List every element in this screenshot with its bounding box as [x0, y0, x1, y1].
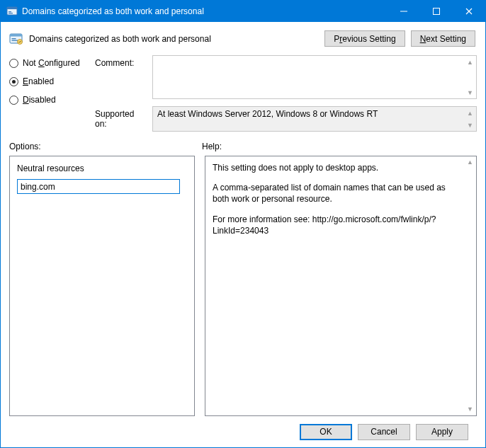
next-mn: N	[420, 34, 426, 44]
radio-not-configured[interactable]: Not Configured	[9, 58, 91, 68]
dialog-footer: OK Cancel Apply	[9, 416, 477, 447]
app-icon	[6, 6, 18, 17]
next-setting-button[interactable]: Next Setting	[411, 30, 475, 47]
scroll-down-icon: ▼	[464, 119, 476, 131]
header-row: Domains categorized as both work and per…	[9, 29, 477, 47]
maximize-button[interactable]	[420, 1, 453, 22]
state-radios: Not Configured Enabled Disabled	[9, 55, 91, 132]
help-text-3: For more information see: http://go.micr…	[213, 214, 463, 236]
dialog-window: Domains categorized as both work and per…	[0, 0, 486, 448]
neutral-resources-label: Neutral resources	[17, 163, 187, 173]
comment-textbox[interactable]: ▲ ▼	[152, 55, 477, 99]
radio-icon	[9, 77, 18, 86]
prev-pre: P	[334, 34, 339, 44]
supported-on-label: Supported on:	[95, 109, 148, 129]
radio-icon	[9, 96, 18, 105]
next-post: ext Setting	[426, 34, 466, 44]
scroll-down-icon[interactable]: ▼	[464, 403, 476, 415]
policy-icon	[9, 32, 23, 46]
options-pane: Neutral resources	[9, 156, 195, 416]
scroll-up-icon: ▲	[464, 107, 476, 119]
dialog-body: Domains categorized as both work and per…	[1, 22, 485, 447]
help-text-1: This setting does not apply to desktop a…	[213, 162, 463, 173]
scroll-down-icon[interactable]: ▼	[464, 86, 476, 98]
scrollbar[interactable]: ▲ ▼	[464, 56, 476, 98]
help-pane: This setting does not apply to desktop a…	[205, 156, 477, 416]
svg-rect-7	[10, 34, 22, 37]
comment-label: Comment:	[95, 58, 148, 68]
prev-post: evious Setting	[342, 34, 395, 44]
close-button[interactable]	[453, 1, 485, 22]
page-title: Domains categorized as both work and per…	[29, 34, 211, 44]
cancel-button[interactable]: Cancel	[358, 424, 410, 440]
svg-rect-8	[12, 38, 16, 39]
svg-rect-3	[9, 13, 13, 13]
previous-setting-button[interactable]: Previous Setting	[324, 30, 405, 47]
radio-disabled[interactable]: Disabled	[9, 95, 91, 105]
titlebar: Domains categorized as both work and per…	[1, 1, 485, 22]
window-title: Domains categorized as both work and per…	[22, 6, 388, 16]
svg-rect-4	[400, 11, 407, 12]
apply-button[interactable]: Apply	[416, 424, 468, 440]
svg-rect-9	[12, 40, 18, 41]
help-text-2: A comma-separated list of domain names t…	[213, 182, 463, 205]
radio-enabled[interactable]: Enabled	[9, 76, 91, 86]
svg-rect-5	[434, 8, 440, 15]
neutral-resources-input[interactable]	[17, 179, 180, 194]
scrollbar[interactable]: ▲ ▼	[464, 156, 476, 415]
help-label: Help:	[199, 142, 477, 151]
window-controls	[388, 1, 485, 22]
radio-icon	[9, 59, 18, 68]
scrollbar: ▲ ▼	[464, 107, 476, 131]
scroll-up-icon[interactable]: ▲	[464, 156, 476, 168]
options-label: Options:	[9, 142, 199, 151]
minimize-button[interactable]	[388, 1, 420, 22]
ok-button[interactable]: OK	[300, 424, 352, 440]
svg-rect-1	[7, 7, 17, 9]
scroll-up-icon[interactable]: ▲	[464, 56, 476, 68]
supported-on-textbox: At least Windows Server 2012, Windows 8 …	[152, 106, 477, 132]
supported-on-text: At least Windows Server 2012, Windows 8 …	[153, 107, 476, 121]
svg-rect-2	[9, 11, 11, 12]
